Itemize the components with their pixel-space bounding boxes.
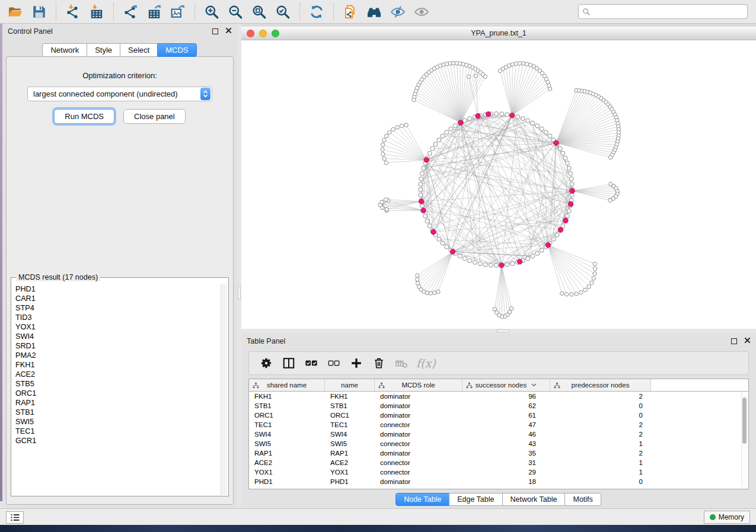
column-header-shared-name[interactable]: shared name bbox=[249, 379, 325, 391]
table-row[interactable]: TEC1TEC1connector472 bbox=[249, 420, 748, 430]
network-node[interactable] bbox=[518, 62, 521, 65]
tab-network-table[interactable]: Network Table bbox=[502, 493, 566, 506]
network-node[interactable] bbox=[535, 124, 540, 128]
binoculars-button[interactable] bbox=[362, 2, 386, 22]
mcds-result-node[interactable]: SRD1 bbox=[14, 341, 219, 351]
network-node[interactable] bbox=[453, 124, 457, 128]
cell-shared-name[interactable]: FKH1 bbox=[249, 392, 325, 401]
network-node[interactable] bbox=[575, 292, 578, 296]
mcds-result-node[interactable]: GCR1 bbox=[14, 436, 219, 446]
network-node[interactable] bbox=[531, 254, 535, 258]
mcds-result-node[interactable]: STB5 bbox=[14, 379, 219, 389]
cell-successor-nodes[interactable]: 35 bbox=[462, 448, 550, 458]
split-columns-button[interactable] bbox=[277, 353, 300, 373]
network-node[interactable] bbox=[384, 134, 388, 137]
export-network-button[interactable] bbox=[119, 2, 142, 22]
cell-shared-name[interactable]: SWI4 bbox=[249, 430, 325, 439]
tab-select[interactable]: Select bbox=[120, 43, 158, 57]
network-node[interactable] bbox=[423, 214, 428, 218]
cell-name[interactable]: ORC1 bbox=[325, 411, 375, 420]
table-row[interactable]: ACE2ACE2connector311 bbox=[249, 458, 748, 467]
network-node[interactable] bbox=[381, 148, 384, 151]
network-node[interactable] bbox=[419, 188, 423, 192]
cell-MCDS-role[interactable]: dominator bbox=[375, 401, 462, 411]
network-node[interactable] bbox=[420, 171, 424, 175]
tab-mcds[interactable]: MCDS bbox=[157, 43, 196, 57]
delete-column-button[interactable] bbox=[368, 353, 390, 373]
mcds-result-scrollbar[interactable] bbox=[221, 284, 227, 495]
cell-MCDS-role[interactable]: connector bbox=[375, 467, 462, 477]
network-node[interactable] bbox=[569, 177, 573, 181]
network-node[interactable] bbox=[569, 171, 573, 175]
network-node[interactable] bbox=[495, 112, 499, 116]
mcds-result-node[interactable]: TEC1 bbox=[14, 427, 219, 436]
network-node[interactable] bbox=[382, 138, 386, 142]
refresh-button[interactable] bbox=[305, 2, 328, 22]
network-node[interactable] bbox=[567, 209, 571, 213]
cell-predecessor-nodes[interactable]: 2 bbox=[550, 448, 651, 458]
network-node[interactable] bbox=[458, 254, 462, 258]
cell-predecessor-nodes[interactable]: 2 bbox=[550, 430, 651, 439]
network-node[interactable] bbox=[540, 127, 544, 131]
network-node[interactable] bbox=[430, 146, 435, 150]
table-scrollbar[interactable] bbox=[741, 393, 747, 487]
network-node[interactable] bbox=[437, 138, 441, 142]
tab-motifs[interactable]: Motifs bbox=[564, 493, 601, 506]
network-node[interactable] bbox=[511, 262, 515, 266]
table-row[interactable]: SWI4SWI4dominator462 bbox=[249, 430, 748, 439]
network-node[interactable] bbox=[416, 277, 419, 281]
table-row[interactable]: ORC1ORC1dominator610 bbox=[249, 411, 748, 420]
network-node[interactable] bbox=[558, 146, 562, 150]
cell-predecessor-nodes[interactable]: 0 bbox=[550, 411, 651, 420]
network-node[interactable] bbox=[521, 62, 525, 65]
network-node[interactable] bbox=[548, 134, 552, 138]
network-node[interactable] bbox=[570, 293, 573, 296]
network-node[interactable] bbox=[441, 134, 445, 138]
mcds-hub-node[interactable] bbox=[458, 120, 464, 126]
cell-shared-name[interactable]: ACE2 bbox=[249, 458, 325, 467]
network-window-titlebar[interactable]: YPA_prune.txt_1 bbox=[241, 27, 756, 40]
network-node[interactable] bbox=[416, 281, 419, 285]
cell-predecessor-nodes[interactable]: 1 bbox=[550, 439, 651, 448]
network-node[interactable] bbox=[429, 291, 432, 295]
network-node[interactable] bbox=[526, 257, 530, 261]
table-row[interactable]: STB1STB1dominator620 bbox=[249, 401, 748, 411]
network-node[interactable] bbox=[474, 74, 477, 78]
clone-network-button[interactable] bbox=[339, 2, 362, 22]
cell-MCDS-role[interactable]: connector bbox=[375, 458, 462, 467]
cell-name[interactable]: ACE2 bbox=[325, 458, 375, 467]
table-row[interactable]: RAP1RAP1dominator352 bbox=[249, 448, 748, 458]
network-node[interactable] bbox=[400, 124, 403, 127]
mcds-result-node[interactable]: PMA2 bbox=[14, 351, 219, 360]
cell-successor-nodes[interactable]: 46 bbox=[462, 430, 550, 439]
cell-MCDS-role[interactable]: connector bbox=[375, 439, 462, 448]
cell-successor-nodes[interactable]: 47 bbox=[462, 420, 550, 430]
cell-MCDS-role[interactable]: dominator bbox=[375, 448, 462, 458]
mcds-hub-node[interactable] bbox=[517, 259, 522, 264]
select-all-button[interactable] bbox=[300, 353, 323, 373]
network-node[interactable] bbox=[565, 214, 569, 218]
network-node[interactable] bbox=[441, 241, 445, 245]
hide-graphics-details-button[interactable] bbox=[386, 2, 410, 22]
cell-shared-name[interactable]: SWI5 bbox=[249, 439, 325, 448]
network-node[interactable] bbox=[583, 288, 587, 291]
horizontal-split-divider[interactable] bbox=[241, 329, 756, 334]
save-session-button[interactable] bbox=[27, 2, 51, 22]
cell-predecessor-nodes[interactable]: 0 bbox=[550, 477, 651, 486]
network-node[interactable] bbox=[395, 126, 399, 129]
task-history-button[interactable] bbox=[6, 511, 24, 524]
network-node[interactable] bbox=[483, 75, 487, 78]
mcds-result-node[interactable]: RAP1 bbox=[14, 398, 219, 408]
network-node[interactable] bbox=[561, 151, 565, 155]
network-node[interactable] bbox=[500, 112, 504, 116]
mcds-hub-node[interactable] bbox=[421, 208, 426, 213]
float-panel-icon[interactable] bbox=[212, 28, 218, 34]
network-node[interactable] bbox=[381, 152, 385, 156]
cell-successor-nodes[interactable]: 62 bbox=[462, 401, 550, 411]
cell-predecessor-nodes[interactable]: 2 bbox=[550, 420, 651, 430]
mcds-hub-node[interactable] bbox=[546, 242, 551, 248]
network-node[interactable] bbox=[587, 285, 591, 289]
run-mcds-button[interactable]: Run MCDS bbox=[54, 109, 114, 124]
network-node[interactable] bbox=[555, 233, 559, 237]
table-row[interactable]: YOX1YOX1connector291 bbox=[249, 467, 748, 477]
